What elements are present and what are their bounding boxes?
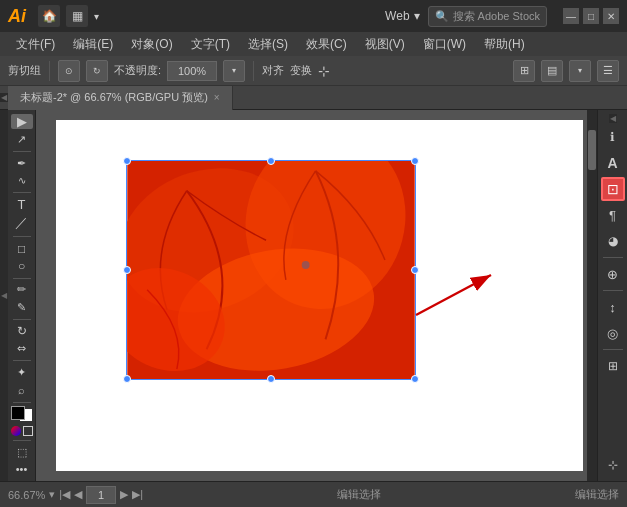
panel-group-btn[interactable]: ⊞ <box>601 354 625 378</box>
panel-toggle-btn[interactable]: ▤ <box>541 60 563 82</box>
opacity-input[interactable] <box>167 61 217 81</box>
handle-top-left[interactable] <box>123 157 131 165</box>
transform-label: 变换 <box>290 63 312 78</box>
transform-icon: ⊹ <box>318 63 330 79</box>
left-toolbar: ▶ ↗ ✒ ∿ T ／ □ ○ ✏ ✎ ↻ ⇔ ✦ ⌕ <box>8 110 36 481</box>
toolbar-arrow-btn[interactable]: ↻ <box>86 60 108 82</box>
panel-bottom-btn[interactable]: ⊹ <box>601 453 625 477</box>
opacity-arrow[interactable]: ▾ <box>223 60 245 82</box>
edit-selection-left: 编辑选择 <box>337 487 381 502</box>
menu-edit[interactable]: 编辑(E) <box>65 34 121 55</box>
workspace-name: Web <box>385 9 409 23</box>
zoom-value: 66.67% <box>8 489 45 501</box>
direct-select-tool[interactable]: ↗ <box>11 131 33 146</box>
drawing-modes-btn[interactable]: ⬚ <box>11 444 33 459</box>
active-tab[interactable]: 未标题-2* @ 66.67% (RGB/GPU 预览) × <box>8 86 233 110</box>
mirror-tool[interactable]: ⇔ <box>11 341 33 356</box>
status-bar: 66.67% ▾ |◀ ◀ ▶ ▶| 编辑选择 编辑选择 <box>0 481 627 507</box>
tool-sep8 <box>13 440 31 441</box>
eyedropper-tool[interactable]: ✦ <box>11 365 33 380</box>
more-tools-btn[interactable]: ••• <box>11 462 33 477</box>
menu-text[interactable]: 文字(T) <box>183 34 238 55</box>
none-icon[interactable] <box>23 426 33 436</box>
tool-sep2 <box>13 192 31 193</box>
selection-tool[interactable]: ▶ <box>11 114 33 129</box>
grid-btn[interactable]: ⊞ <box>513 60 535 82</box>
close-btn[interactable]: ✕ <box>603 8 619 24</box>
nav-next[interactable]: ▶ <box>120 488 128 501</box>
edit-selection-right: 编辑选择 <box>575 487 619 502</box>
restore-btn[interactable]: □ <box>583 8 599 24</box>
type-tool[interactable]: T <box>11 197 33 212</box>
canvas-area[interactable] <box>36 110 597 481</box>
leaf-svg <box>127 161 415 379</box>
properties-btn[interactable]: ☰ <box>597 60 619 82</box>
home-icon-btn[interactable]: 🏠 <box>38 5 60 27</box>
page-input[interactable] <box>86 486 116 504</box>
panel-arrow-btn[interactable]: ▾ <box>569 60 591 82</box>
color-mode-icons <box>11 426 33 436</box>
panel-paragraph-btn[interactable]: ¶ <box>601 203 625 227</box>
leaf-image <box>127 161 415 379</box>
menu-select[interactable]: 选择(S) <box>240 34 296 55</box>
right-collapse-top[interactable]: ◀ <box>609 114 617 123</box>
nav-prev[interactable]: ◀ <box>74 488 82 501</box>
search-placeholder: 搜索 Adobe Stock <box>453 9 540 24</box>
panel-info-btn[interactable]: ℹ <box>601 125 625 149</box>
handle-bottom-right[interactable] <box>411 375 419 383</box>
vertical-scrollbar[interactable] <box>587 110 597 481</box>
tab-title: 未标题-2* @ 66.67% (RGB/GPU 预览) <box>20 90 208 105</box>
rotate-tool[interactable]: ↻ <box>11 324 33 339</box>
nav-prev-prev[interactable]: |◀ <box>59 488 70 501</box>
menu-view[interactable]: 视图(V) <box>357 34 413 55</box>
handle-bottom-left[interactable] <box>123 375 131 383</box>
fill-stroke-indicator[interactable] <box>11 406 33 421</box>
handle-top-mid[interactable] <box>267 157 275 165</box>
isolate-group-btn[interactable]: ⊙ <box>58 60 80 82</box>
nav-next-next[interactable]: ▶| <box>132 488 143 501</box>
menu-help[interactable]: 帮助(H) <box>476 34 533 55</box>
minimize-btn[interactable]: — <box>563 8 579 24</box>
image-selection[interactable] <box>126 160 416 380</box>
gradient-icon[interactable] <box>11 426 21 436</box>
zoom-tool[interactable]: ⌕ <box>11 382 33 397</box>
left-collapse[interactable]: ◀ <box>0 93 8 102</box>
panel-color-btn[interactable]: ◕ <box>601 229 625 253</box>
panel-transform-btn[interactable]: ↕ <box>601 295 625 319</box>
panel-sep1 <box>603 257 623 258</box>
paintbrush-tool[interactable]: ✏ <box>11 282 33 297</box>
tool-sep7 <box>13 402 31 403</box>
canvas-document <box>56 120 583 471</box>
pencil-tool[interactable]: ✎ <box>11 300 33 315</box>
handle-left-mid[interactable] <box>123 266 131 274</box>
menu-effect[interactable]: 效果(C) <box>298 34 355 55</box>
grid-view-btn[interactable]: ▦ <box>66 5 88 27</box>
search-bar[interactable]: 🔍 搜索 Adobe Stock <box>428 6 547 27</box>
menu-window[interactable]: 窗口(W) <box>415 34 474 55</box>
workspace-selector[interactable]: Web ▾ <box>385 9 419 23</box>
tab-close-btn[interactable]: × <box>214 92 220 103</box>
opacity-label: 不透明度: <box>114 63 161 78</box>
handle-bottom-mid[interactable] <box>267 375 275 383</box>
pen-tool[interactable]: ✒ <box>11 155 33 170</box>
handle-top-right[interactable] <box>411 157 419 165</box>
left-panel-collapse[interactable]: ◀ <box>0 110 8 481</box>
panel-align-btn[interactable]: ◎ <box>601 321 625 345</box>
panel-image-crop-btn[interactable]: ⊡ <box>601 177 625 201</box>
menu-file[interactable]: 文件(F) <box>8 34 63 55</box>
scrollbar-thumb[interactable] <box>588 130 596 170</box>
window-controls: — □ ✕ <box>563 8 619 24</box>
handle-right-mid[interactable] <box>411 266 419 274</box>
workspace-arrow: ▾ <box>414 9 420 23</box>
zoom-control[interactable]: 66.67% ▾ |◀ ◀ ▶ ▶| <box>8 486 143 504</box>
app-logo: Ai <box>8 6 26 27</box>
menu-object[interactable]: 对象(O) <box>123 34 180 55</box>
tool-sep3 <box>13 236 31 237</box>
panel-link-btn[interactable]: ⊕ <box>601 262 625 286</box>
ellipse-tool[interactable]: ○ <box>11 258 33 273</box>
line-tool[interactable]: ／ <box>11 214 33 232</box>
panel-type-btn[interactable]: A <box>601 151 625 175</box>
rect-tool[interactable]: □ <box>11 241 33 256</box>
zoom-arrow: ▾ <box>49 488 55 501</box>
curvature-tool[interactable]: ∿ <box>11 173 33 188</box>
